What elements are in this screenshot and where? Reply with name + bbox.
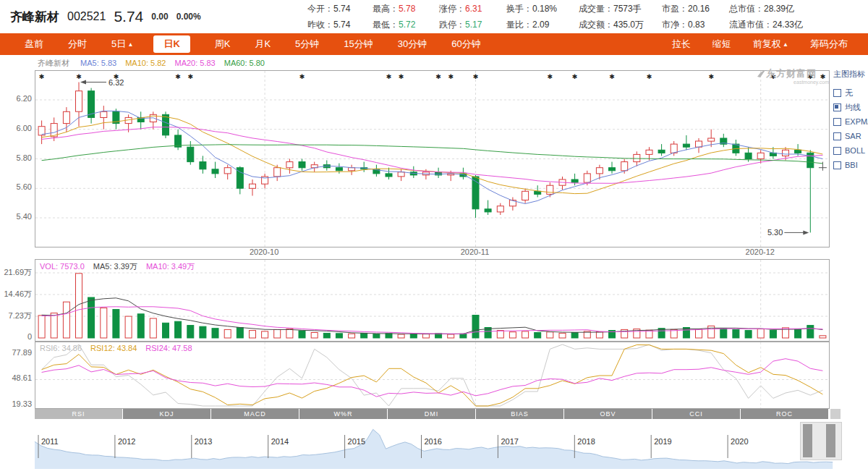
- checkbox-icon[interactable]: [833, 161, 841, 169]
- nav-item-5分钟[interactable]: 5分钟: [295, 38, 319, 51]
- stat-label: 换手：: [506, 4, 532, 14]
- stat-label: 最高：: [373, 4, 399, 14]
- svg-text:✱: ✱: [548, 73, 553, 80]
- tab-MACD[interactable]: MACD: [211, 409, 299, 419]
- stat-column: 最高：5.78最低：5.72: [373, 0, 415, 32]
- nav-item-分时[interactable]: 分时: [68, 38, 87, 51]
- stat: 成交量：7573手: [579, 1, 644, 16]
- svg-text:✱: ✱: [647, 73, 652, 80]
- stat-value: 7573手: [613, 4, 642, 14]
- x-tick-label: 2020-10: [239, 247, 289, 256]
- nav-item-缩短[interactable]: 缩短: [712, 38, 731, 51]
- svg-text:✱: ✱: [39, 73, 45, 80]
- indicator-option-label: 均线: [845, 102, 861, 113]
- stat: 成交额：435.0万: [579, 17, 644, 32]
- tab-RSI[interactable]: RSI: [35, 409, 122, 419]
- stat: 最高：5.78: [373, 1, 415, 16]
- rsi-legend: RSI6: 34.86RSI12: 43.84RSI24: 47.58: [40, 344, 201, 352]
- svg-text:2015: 2015: [348, 437, 365, 446]
- nav-item-盘前[interactable]: 盘前: [25, 38, 43, 51]
- stat-label: 量比：: [506, 20, 532, 30]
- stat-label: 昨收：: [307, 20, 333, 30]
- svg-text:✱: ✱: [448, 73, 454, 80]
- stat-value: 5.74: [333, 4, 350, 14]
- indicator-option-均线[interactable]: 均线: [833, 100, 868, 114]
- checkbox-icon[interactable]: [833, 147, 841, 155]
- nav-item-拉长[interactable]: 拉长: [672, 38, 691, 51]
- stat: 市净：0.83: [662, 17, 710, 32]
- stat: 总市值：28.39亿: [729, 1, 803, 16]
- nav-item-周K[interactable]: 周K: [215, 38, 231, 51]
- stat-value: 20.16: [688, 4, 710, 14]
- chevron-up-icon: ▲: [781, 41, 788, 48]
- stat: 最低：5.72: [373, 17, 415, 32]
- svg-text:2016: 2016: [425, 437, 442, 446]
- stat-column: 成交量：7573手成交额：435.0万: [579, 0, 644, 32]
- indicator-option-label: 无: [845, 88, 853, 98]
- stat: 市盈：20.16: [662, 1, 710, 16]
- timeline-left-handle[interactable]: [803, 424, 812, 457]
- nav-item-15分钟[interactable]: 15分钟: [344, 38, 373, 51]
- svg-text:✱: ✱: [386, 73, 392, 80]
- indicator-option-BOLL[interactable]: BOLL: [833, 143, 868, 158]
- stat-label: 今开：: [307, 4, 333, 14]
- tab-OBV[interactable]: OBV: [564, 409, 652, 419]
- nav-item-筹码分布[interactable]: 筹码分布: [810, 38, 848, 51]
- stat: 跌停：5.17: [439, 17, 482, 32]
- stock-change-pct: 0.00%: [176, 12, 201, 22]
- indicator-tabbar: RSIKDJMACDW%RDMIBIASOBVCCIROC: [35, 409, 828, 419]
- stock-name: 齐峰新材: [10, 9, 59, 25]
- svg-text:✱: ✱: [572, 73, 578, 80]
- svg-text:5.30: 5.30: [767, 228, 783, 237]
- timeline-right-handle[interactable]: [826, 424, 835, 457]
- checkbox-icon[interactable]: [833, 89, 841, 97]
- ma-legend-item: MA60: 5.80: [224, 59, 265, 67]
- nav-item-30分钟[interactable]: 30分钟: [398, 38, 427, 51]
- indicator-option-EXPMA[interactable]: EXPMA: [833, 114, 868, 129]
- svg-text:✱: ✱: [473, 73, 479, 80]
- tab-CCI[interactable]: CCI: [652, 409, 740, 419]
- checkbox-icon[interactable]: [833, 132, 841, 140]
- nav-item-5日[interactable]: 5日 ▲: [111, 38, 133, 51]
- y-tick-label: 5.60: [3, 182, 32, 191]
- checkbox-icon[interactable]: [833, 103, 841, 111]
- main-candlestick-chart[interactable]: ✱✱✱✱✱✱✱✱✱✱✱✱✱✱✱✱✱✱✱6.325.30: [35, 70, 830, 247]
- stat-value: 28.39亿: [764, 4, 794, 14]
- history-timeline[interactable]: 2011201220132014201520162017201820192020: [35, 422, 839, 470]
- legend-stock-name: 齐峰新材: [38, 59, 69, 67]
- svg-text:✱: ✱: [399, 73, 404, 80]
- stat-value: 24.33亿: [773, 20, 803, 30]
- tab-KDJ[interactable]: KDJ: [123, 409, 210, 419]
- indicator-option-SAR[interactable]: SAR: [833, 129, 868, 143]
- svg-text:✱: ✱: [188, 73, 194, 80]
- tab-DMI[interactable]: DMI: [388, 409, 475, 419]
- svg-text:2017: 2017: [501, 437, 518, 446]
- nav-item-前复权[interactable]: 前复权 ▲: [753, 38, 788, 51]
- stat: 涨停：6.31: [439, 1, 482, 16]
- nav-item-日K[interactable]: 日K: [153, 35, 190, 53]
- tab-BIAS[interactable]: BIAS: [476, 409, 563, 419]
- rsi-legend-item: RSI24: 47.58: [145, 344, 192, 352]
- y-tick-label: 14.46万: [3, 289, 32, 300]
- stat-value: 5.78: [399, 4, 415, 14]
- stat-column: 市盈：20.16市净：0.83: [662, 0, 710, 32]
- tabbar-scroll-button[interactable]: [830, 409, 841, 419]
- main-indicator-panel: 主图指标 无均线EXPMASARBOLLBBI: [833, 69, 868, 172]
- y-tick-label: 19.33: [3, 399, 32, 408]
- y-tick-label: 6.20: [3, 94, 32, 103]
- navbar: 盘前分时5日 ▲日K周K月K5分钟15分钟30分钟60分钟拉长缩短前复权 ▲筹码…: [0, 33, 868, 55]
- nav-item-60分钟[interactable]: 60分钟: [451, 38, 480, 51]
- indicator-option-label: SAR: [845, 132, 861, 140]
- stat-value: 0.83: [688, 20, 705, 30]
- stat-value: 5.74: [333, 20, 350, 30]
- stock-change: 0.00: [151, 12, 168, 22]
- stat-label: 跌停：: [439, 20, 465, 30]
- tab-W%R[interactable]: W%R: [299, 409, 387, 419]
- indicator-option-无[interactable]: 无: [833, 85, 868, 100]
- svg-text:✱: ✱: [299, 73, 305, 80]
- checkbox-icon[interactable]: [833, 118, 841, 126]
- y-tick-label: 5.40: [3, 212, 32, 221]
- tab-ROC[interactable]: ROC: [741, 409, 828, 419]
- nav-item-月K[interactable]: 月K: [255, 38, 271, 51]
- indicator-option-BBI[interactable]: BBI: [833, 158, 868, 172]
